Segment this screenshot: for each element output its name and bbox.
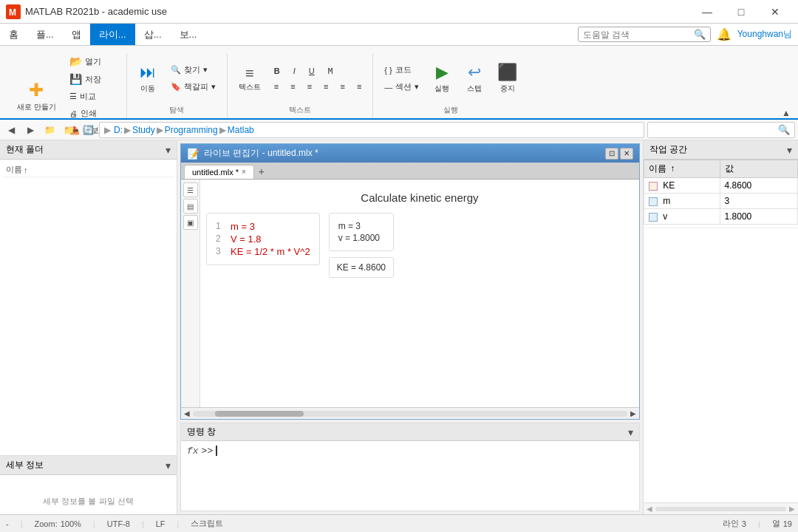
- workspace-scroll-right[interactable]: ▶: [789, 505, 795, 513]
- print-icon: 🖨: [69, 109, 78, 118]
- folder-panel-collapse[interactable]: ▾: [166, 144, 171, 156]
- sidebar-btn-1[interactable]: ☰: [183, 183, 198, 197]
- bookmark-button[interactable]: 🔖 책갈피 ▾: [166, 79, 221, 95]
- underline-button[interactable]: U: [304, 64, 320, 78]
- scroll-right-arrow[interactable]: ▶: [630, 409, 636, 417]
- document-title: Calculate kinetic energy: [206, 185, 633, 213]
- refresh-button[interactable]: 🔄: [80, 122, 96, 138]
- stop-button[interactable]: ⬛ 중지: [492, 56, 522, 100]
- text-button[interactable]: ≡ 텍스트: [233, 56, 266, 100]
- tab-close-button[interactable]: ×: [242, 168, 246, 176]
- print-button[interactable]: 🖨 인쇄: [64, 106, 120, 121]
- monospace-button[interactable]: M: [323, 64, 338, 78]
- up-button[interactable]: 📁: [41, 122, 58, 138]
- indent-button[interactable]: ≡: [352, 80, 366, 93]
- menu-view[interactable]: 보...: [171, 24, 206, 45]
- menu-live-editor[interactable]: 라이...: [90, 24, 135, 45]
- editor-restore-button[interactable]: ⊡: [605, 148, 618, 160]
- help-search[interactable]: 🔍: [578, 27, 711, 42]
- workspace-row[interactable]: KE 4.8600: [644, 178, 798, 194]
- minimize-button[interactable]: —: [690, 0, 724, 24]
- menu-home[interactable]: 홈: [0, 24, 27, 45]
- code-button[interactable]: { } 코드: [379, 62, 424, 78]
- align-left-button[interactable]: ≡: [269, 80, 284, 93]
- editor-titlebar: 📝 라이브 편집기 - untitled.mlx * ⊡ ✕: [181, 144, 639, 163]
- editor-tab-untitled[interactable]: untitled.mlx * ×: [184, 165, 254, 179]
- move-button[interactable]: ⏭ 이동: [133, 56, 163, 100]
- notification-icon[interactable]: 🔔: [717, 27, 732, 41]
- workspace-hscroll[interactable]: ◀ ▶: [644, 502, 798, 514]
- folder-search-input[interactable]: [652, 125, 778, 135]
- text-icon: ≡: [245, 65, 254, 82]
- sidebar-btn-3[interactable]: ▣: [183, 215, 198, 230]
- workspace-value-col[interactable]: 값: [720, 160, 797, 178]
- command-body[interactable]: fx >>: [181, 441, 639, 511]
- workspace-panel: 작업 공간 ▾ 이름 ↑ 값 KE 4.8: [643, 140, 798, 514]
- breadcrumb-matlab[interactable]: Matlab: [228, 125, 254, 135]
- workspace-scroll-left[interactable]: ◀: [647, 505, 652, 513]
- workspace-row[interactable]: m 3: [644, 194, 798, 209]
- step-button[interactable]: ↩ 스텝: [460, 56, 489, 100]
- sidebar-btn-2[interactable]: ▤: [183, 199, 198, 214]
- search-input[interactable]: [583, 30, 694, 40]
- menu-insert[interactable]: 삽...: [135, 24, 171, 45]
- run-icon: ▶: [436, 63, 449, 82]
- list-button[interactable]: ≡: [335, 80, 349, 93]
- run-button[interactable]: ▶ 실행: [427, 56, 457, 100]
- align-right-button[interactable]: ≡: [302, 80, 317, 93]
- details-collapse[interactable]: ▾: [166, 460, 171, 471]
- workspace-var-value: 4.8600: [720, 178, 797, 194]
- italic-button[interactable]: I: [288, 64, 301, 78]
- section-button[interactable]: — 섹션 ▾: [379, 79, 424, 95]
- close-button[interactable]: ✕: [758, 0, 792, 24]
- workspace-collapse[interactable]: ▾: [787, 144, 792, 156]
- window-controls: — □ ✕: [690, 0, 792, 24]
- breadcrumb-d[interactable]: D:: [114, 125, 123, 135]
- compare-button[interactable]: ☰ 비교: [64, 89, 120, 104]
- folder-icon-btn[interactable]: 📁: [61, 122, 77, 138]
- forward-button[interactable]: ▶: [22, 122, 38, 138]
- code-line-3: 3 KE = 1/2 * m * V^2: [216, 246, 310, 257]
- workspace-row[interactable]: v 1.8000: [644, 209, 798, 225]
- user-label[interactable]: Younghwan님: [737, 28, 792, 41]
- code-editor-area: Calculate kinetic energy 1 m = 3 2 V =: [200, 180, 639, 407]
- workspace-scroll-track[interactable]: [655, 507, 786, 511]
- breadcrumb-arrow: ▶: [104, 125, 111, 135]
- breadcrumb-programming[interactable]: Programming: [165, 125, 218, 135]
- breadcrumb-study[interactable]: Study: [132, 125, 155, 135]
- bold-button[interactable]: B: [269, 64, 285, 78]
- name-col-header[interactable]: 이름: [6, 164, 22, 175]
- center-panel: 📝 라이브 편집기 - untitled.mlx * ⊡ ✕ untitled.…: [177, 140, 643, 514]
- add-tab-button[interactable]: +: [254, 164, 269, 179]
- maximize-button[interactable]: □: [724, 0, 758, 24]
- hscroll-thumb[interactable]: [215, 411, 304, 417]
- back-button[interactable]: ◀: [3, 122, 19, 138]
- align-center-button[interactable]: ≡: [285, 80, 300, 93]
- editor-hscroll[interactable]: ◀ ▶: [181, 407, 639, 419]
- scroll-left-arrow[interactable]: ◀: [184, 409, 190, 417]
- command-collapse[interactable]: ▾: [628, 426, 633, 438]
- address-bar: ◀ ▶ 📁 📁 🔄 ▶ D: ▶ Study ▶ Programming ▶ M…: [0, 120, 798, 140]
- output-area: m = 3 v = 1.8000 KE = 4.8600: [329, 213, 394, 278]
- editor-sidebar: ☰ ▤ ▣: [181, 180, 200, 407]
- find-button[interactable]: 🔍 찾기 ▾: [166, 62, 221, 78]
- code-block[interactable]: 1 m = 3 2 V = 1.8 3 KE = 1/2 * m * V^2: [206, 213, 320, 265]
- output-line-2: v = 1.8000: [338, 233, 384, 243]
- new-button[interactable]: ✚ 새로 만들기: [12, 74, 61, 118]
- breadcrumb[interactable]: ▶ D: ▶ Study ▶ Programming ▶ Matlab: [99, 122, 644, 138]
- save-button[interactable]: 💾 저장: [64, 71, 120, 87]
- align-justify-button[interactable]: ≡: [318, 80, 333, 93]
- workspace-scroll-area: [644, 228, 798, 502]
- folder-search[interactable]: 🔍: [647, 122, 795, 138]
- sort-icon[interactable]: ↑: [24, 166, 28, 174]
- ribbon-collapse-button[interactable]: ▲: [780, 108, 792, 118]
- hscroll-track[interactable]: [193, 411, 627, 417]
- menu-apps[interactable]: 앱: [63, 24, 90, 45]
- menu-plots[interactable]: 플...: [27, 24, 63, 45]
- search-icon[interactable]: 🔍: [694, 29, 706, 40]
- row-status: 라인 3: [723, 518, 746, 529]
- editor-close-button[interactable]: ✕: [620, 148, 633, 160]
- open-button[interactable]: 📂 열기: [64, 53, 120, 69]
- workspace-name-col[interactable]: 이름 ↑: [644, 160, 720, 178]
- bookmark-icon: 🔖: [171, 82, 181, 92]
